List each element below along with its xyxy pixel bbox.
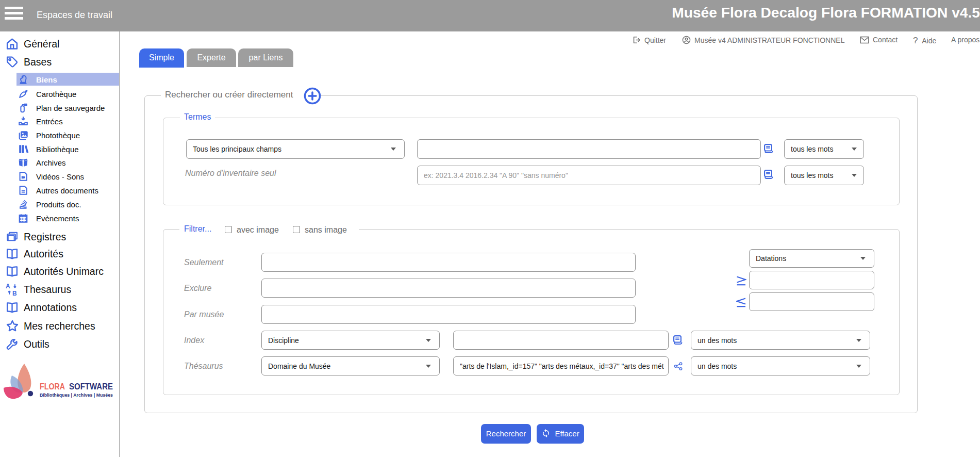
svg-text:B: B — [12, 290, 17, 296]
svg-text:Bibliothèques | Archives | Mus: Bibliothèques | Archives | Musées — [40, 392, 113, 398]
svg-text:FLORA: FLORA — [40, 382, 65, 391]
svg-text:A: A — [6, 283, 10, 290]
svg-text:SOFTWARE: SOFTWARE — [69, 382, 113, 391]
